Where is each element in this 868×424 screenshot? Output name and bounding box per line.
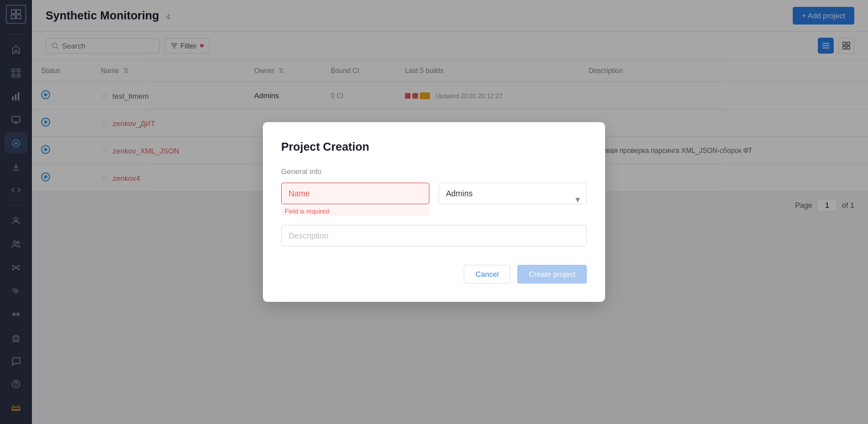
cancel-button[interactable]: Cancel bbox=[464, 265, 510, 284]
modal-section-general: General info bbox=[281, 167, 587, 176]
owner-select-wrapper: Admins bbox=[439, 183, 587, 216]
create-project-button[interactable]: Create project bbox=[517, 265, 587, 284]
description-field bbox=[281, 225, 587, 256]
name-error-message: Field is required bbox=[281, 207, 429, 216]
project-name-input[interactable] bbox=[281, 183, 429, 204]
owner-select[interactable]: Admins bbox=[439, 183, 587, 204]
project-creation-modal: Project Creation General info Field is r… bbox=[263, 122, 605, 302]
modal-actions: Cancel Create project bbox=[281, 265, 587, 284]
name-field: Field is required bbox=[281, 183, 429, 216]
modal-name-owner-row: Field is required Admins bbox=[281, 183, 587, 216]
modal-title: Project Creation bbox=[281, 140, 587, 154]
project-description-input[interactable] bbox=[281, 225, 587, 247]
modal-overlay[interactable]: Project Creation General info Field is r… bbox=[0, 0, 868, 424]
